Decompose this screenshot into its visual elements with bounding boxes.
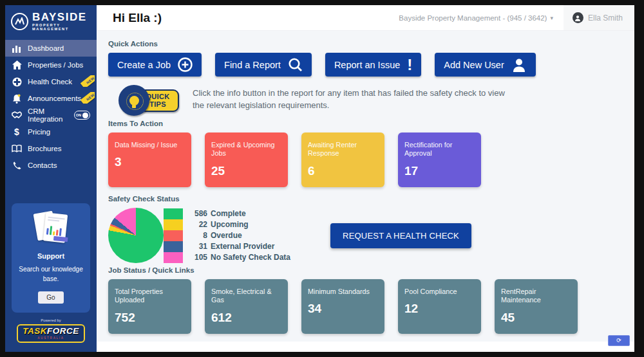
sidebar-item-label: Announcements (28, 95, 81, 102)
top-header: Hi Ella :) Bayside Property Management -… (97, 5, 634, 31)
job-status-row: Total Properties Uploaded 752 Smoke, Ele… (108, 279, 623, 334)
quick-tips-row: QUICK TIPS Click the info button in the … (108, 85, 623, 116)
new-badge: NEW (80, 75, 95, 87)
sidebar-menu: Dashboard Properties / Jobs Health Check… (5, 40, 97, 174)
plus-circle-icon (178, 57, 193, 72)
phone-icon (12, 160, 22, 170)
taskforce-subtext: AUSTRALIA (23, 336, 79, 340)
report-issue-button[interactable]: Report an Issue ! (325, 53, 421, 77)
exclamation-icon: ! (407, 57, 412, 73)
taskforce-logo: TASKFORCE AUSTRALIA (17, 324, 85, 343)
brand-title: BAYSIDE (32, 12, 91, 23)
sidebar-item-crm-integration[interactable]: CRM Integration ON (5, 107, 97, 124)
safety-check-title: Safety Check Status (108, 195, 623, 203)
greeting-text: Hi Ella :) (113, 11, 162, 25)
support-card: Support Search our knowledge base. Go (12, 203, 90, 313)
chat-icon: ⟳ (616, 338, 621, 343)
legend-swatch (164, 230, 183, 241)
home-icon (12, 60, 22, 70)
sidebar-item-brochures[interactable]: Brochures (5, 140, 97, 157)
health-cross-icon (12, 77, 22, 87)
sidebar-item-label: Health Check (28, 78, 72, 86)
footer-strip (97, 342, 634, 352)
user-menu[interactable]: Ella Smith (564, 5, 634, 30)
account-selector[interactable]: Bayside Property Management - (945 / 364… (399, 14, 564, 22)
support-title: Support (17, 252, 85, 260)
support-text: Search our knowledge base. (17, 264, 85, 284)
powered-by-label: Powered by (5, 318, 97, 322)
add-new-user-button[interactable]: Add New User (435, 53, 535, 77)
quick-tips-text: Click the info button in the report for … (193, 85, 511, 112)
chat-widget-button[interactable]: ⟳ (608, 335, 630, 346)
bar-chart-icon (12, 43, 22, 53)
items-to-action-title: Items To Action (108, 120, 623, 127)
sidebar-item-label: Properties / Jobs (28, 61, 83, 69)
sidebar: BAYSIDE PROPERTY MANAGEMENT Dashboard Pr… (5, 5, 97, 352)
sidebar-item-health-check[interactable]: Health Check NEW (5, 73, 97, 90)
action-card-awaiting-renter[interactable]: Awaiting Renter Response 6 (301, 133, 384, 187)
crm-toggle[interactable]: ON (74, 111, 90, 120)
bell-icon (12, 93, 22, 104)
lightbulb-icon (118, 85, 149, 116)
brand-logo: BAYSIDE PROPERTY MANAGEMENT (5, 5, 97, 39)
sidebar-item-dashboard[interactable]: Dashboard (5, 40, 97, 57)
main-panel: Hi Ella :) Bayside Property Management -… (97, 5, 634, 352)
dollar-icon: $ (12, 127, 22, 137)
job-status-title: Job Status / Quick Links (108, 266, 623, 274)
powered-by-block: Powered by TASKFORCE AUSTRALIA (5, 318, 97, 352)
job-card-rentrepair-maintenance[interactable]: RentRepair Maintenance 45 (495, 279, 578, 334)
user-avatar-icon (573, 12, 583, 23)
find-report-button[interactable]: Find a Report (215, 53, 312, 77)
quick-actions-title: Quick Actions (108, 40, 623, 48)
legend-swatch (164, 208, 183, 219)
sidebar-item-label: Brochures (28, 145, 61, 152)
sidebar-item-contacts[interactable]: Contacts (5, 157, 97, 174)
sidebar-item-label: Dashboard (28, 44, 64, 52)
safety-check-row: 586Complete 22Upcoming 8Overdue 31Extern… (108, 208, 623, 263)
request-health-check-button[interactable]: REQUEST A HEALTH CHECK (330, 223, 471, 248)
book-icon (12, 143, 22, 154)
legend-swatch (164, 252, 183, 263)
quick-tips-badge[interactable]: QUICK TIPS (118, 85, 180, 116)
safety-pie-chart (108, 208, 164, 263)
dashboard-content: Quick Actions Create a Job Find a Report… (97, 31, 634, 342)
quick-actions-row: Create a Job Find a Report Report an Iss… (108, 53, 623, 77)
sidebar-item-label: CRM Integration (28, 107, 68, 123)
user-name: Ella Smith (588, 14, 623, 23)
toggle-knob (82, 113, 88, 118)
support-illustration (32, 211, 70, 246)
add-user-icon (511, 58, 527, 72)
legend-swatch (164, 241, 183, 252)
create-job-button[interactable]: Create a Job (108, 53, 202, 77)
mountain-logo-icon (11, 13, 28, 30)
legend-labels: 586Complete 22Upcoming 8Overdue 31Extern… (183, 208, 290, 263)
new-badge: NEW (80, 92, 95, 104)
action-card-rectification[interactable]: Rectification for Approval 17 (398, 133, 481, 187)
action-card-data-missing[interactable]: Data Missing / Issue 3 (108, 133, 191, 187)
handshake-icon (12, 110, 22, 120)
legend-swatches (164, 208, 183, 263)
legend-swatch (164, 219, 183, 230)
search-icon (288, 57, 303, 72)
app-window: BAYSIDE PROPERTY MANAGEMENT Dashboard Pr… (5, 5, 634, 352)
sidebar-item-label: Pricing (28, 128, 50, 136)
sidebar-item-properties-jobs[interactable]: Properties / Jobs (5, 57, 97, 73)
sidebar-item-pricing[interactable]: $ Pricing (5, 124, 97, 140)
chevron-down-icon: ▾ (550, 15, 553, 21)
support-go-button[interactable]: Go (38, 291, 63, 304)
job-card-pool-compliance[interactable]: Pool Compliance 12 (398, 279, 481, 334)
action-card-expired-jobs[interactable]: Expired & Upcoming Jobs 25 (205, 133, 288, 187)
job-card-minimum-standards[interactable]: Minimum Standards 34 (301, 279, 384, 334)
items-to-action-row: Data Missing / Issue 3 Expired & Upcomin… (108, 133, 623, 187)
job-card-total-properties[interactable]: Total Properties Uploaded 752 (108, 279, 191, 334)
sidebar-item-label: Contacts (28, 161, 57, 169)
sidebar-item-announcements[interactable]: Announcements NEW (5, 90, 97, 107)
brand-subtitle: PROPERTY MANAGEMENT (32, 24, 91, 31)
job-card-smoke-electrical-gas[interactable]: Smoke, Electrical & Gas 612 (205, 279, 288, 334)
